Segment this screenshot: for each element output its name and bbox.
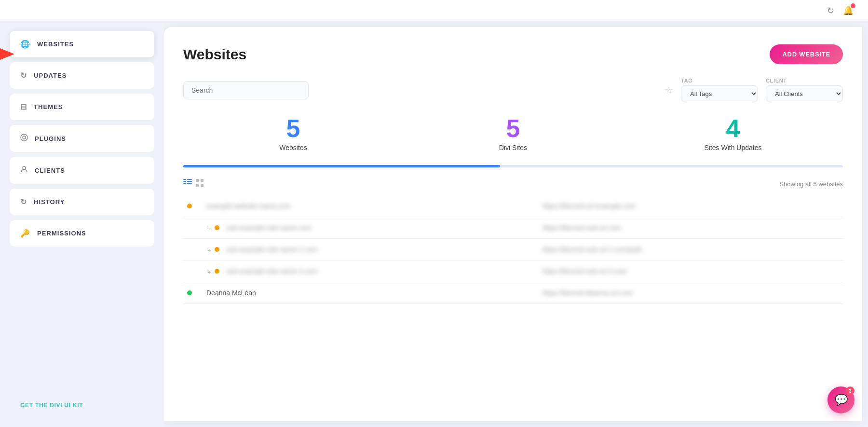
table-row[interactable]: Deanna McLean https://blurred-deanna-url… (183, 282, 843, 304)
svg-rect-8 (187, 179, 192, 180)
view-icons (183, 179, 203, 189)
sidebar-item-permissions[interactable]: 🔑 PERMISSIONS (10, 220, 154, 247)
table-row[interactable]: ↳ sub-example-site-name-3.com https://bl… (183, 261, 843, 282)
add-website-button[interactable]: ADD WEBSITE (770, 44, 843, 64)
table-row[interactable]: example-website-name.com https://blurred… (183, 195, 843, 217)
svg-point-4 (23, 166, 26, 169)
site-url-blurred: https://blurred-sub-url-3.com (542, 267, 627, 275)
history-icon: ↻ (20, 197, 27, 207)
site-name-cell: Deanna McLean (203, 282, 539, 304)
tag-label: TAG (681, 78, 758, 83)
list-view-icon[interactable] (183, 179, 192, 189)
sidebar-item-label: UPDATES (34, 72, 67, 79)
site-url-blurred: https://blurred-url-example.com (542, 202, 636, 210)
sidebar: 🌐 WEBSITES ↻ UPDATES ⊟ THEMES PLUGINS (0, 21, 164, 427)
sidebar-item-clients[interactable]: CLIENTS (10, 157, 154, 184)
stat-label-divi: Divi Sites (403, 144, 623, 152)
site-url-cell: https://blurred-sub-url-2.com/path (539, 239, 843, 261)
svg-marker-1 (0, 48, 14, 60)
chat-badge: 3 (846, 386, 854, 395)
themes-icon: ⊟ (20, 102, 27, 111)
site-url-cell: https://blurred-deanna-url.com (539, 282, 843, 304)
svg-point-3 (23, 136, 26, 139)
client-filter-group: CLIENT All Clients (766, 78, 843, 102)
svg-rect-13 (196, 184, 199, 187)
sidebar-item-history[interactable]: ↻ HISTORY (10, 189, 154, 215)
page-header: Websites ADD WEBSITE (183, 44, 843, 64)
progress-bar (183, 165, 843, 167)
sidebar-item-label: PERMISSIONS (37, 230, 86, 237)
tag-filter-group: TAG All Tags (681, 78, 758, 102)
stat-websites: 5 Websites (183, 116, 403, 152)
sub-arrow-icon: ↳ (206, 224, 212, 232)
site-name-blurred: sub-example-site-name-3.com (226, 267, 317, 275)
site-name-cell: ↳ sub-example-site-name-3.com (203, 261, 539, 282)
svg-rect-5 (183, 179, 186, 180)
website-table: example-website-name.com https://blurred… (183, 195, 843, 304)
chat-icon: 💬 (835, 394, 848, 406)
sub-arrow-icon: ↳ (206, 246, 212, 253)
svg-rect-9 (187, 181, 192, 182)
search-input[interactable] (183, 81, 309, 99)
table-row[interactable]: ↳ sub-example-site-name-2.com https://bl… (183, 239, 843, 261)
stat-divi-sites: 5 Divi Sites (403, 116, 623, 152)
site-name: Deanna McLean (206, 289, 256, 297)
status-dot (187, 204, 192, 208)
svg-rect-14 (201, 184, 203, 187)
permissions-icon: 🔑 (20, 229, 30, 238)
favorites-star-button[interactable]: ☆ (665, 84, 673, 96)
stat-number-websites: 5 (183, 116, 403, 141)
globe-icon: 🌐 (20, 40, 30, 49)
status-dot (215, 247, 219, 252)
site-name-blurred: example-website-name.com (206, 202, 291, 210)
sidebar-item-label: WEBSITES (37, 41, 74, 48)
status-dot (215, 225, 219, 230)
svg-rect-6 (183, 181, 186, 182)
site-name-cell: ↳ sub-example-site-name-2.com (203, 239, 539, 261)
sidebar-item-label: CLIENTS (35, 167, 65, 174)
stat-label-websites: Websites (183, 144, 403, 152)
sidebar-item-label: THEMES (34, 103, 63, 110)
site-url-cell: https://blurred-sub-url.com (539, 217, 843, 239)
site-url-cell: https://blurred-url-example.com (539, 195, 843, 217)
svg-point-2 (21, 134, 27, 141)
svg-rect-12 (201, 179, 203, 182)
sidebar-item-plugins[interactable]: PLUGINS (10, 125, 154, 152)
site-url-blurred: https://blurred-deanna-url.com (542, 289, 633, 297)
sidebar-item-updates[interactable]: ↻ UPDATES (10, 62, 154, 89)
grid-view-icon[interactable] (196, 179, 203, 189)
table-row[interactable]: ↳ sub-example-site-name.com https://blur… (183, 217, 843, 239)
sidebar-item-label: HISTORY (34, 198, 65, 206)
topbar: ↻ 🔔 (0, 0, 868, 21)
layout: 🌐 WEBSITES ↻ UPDATES ⊟ THEMES PLUGINS (0, 21, 868, 427)
table-controls: Showing all 5 websites (183, 179, 843, 189)
status-dot (187, 290, 192, 295)
sub-arrow-icon: ↳ (206, 268, 212, 275)
refresh-icon[interactable]: ↻ (827, 5, 834, 16)
clients-icon (20, 165, 28, 175)
plugins-icon (20, 134, 28, 143)
stat-number-updates: 4 (623, 116, 843, 141)
site-name-cell: example-website-name.com (203, 195, 539, 217)
status-dot (215, 269, 219, 274)
chat-button[interactable]: 💬 3 (827, 386, 854, 413)
site-url-blurred: https://blurred-sub-url.com (542, 224, 621, 232)
stat-updates: 4 Sites With Updates (623, 116, 843, 152)
sidebar-item-websites[interactable]: 🌐 WEBSITES (10, 31, 154, 57)
page-title: Websites (183, 46, 246, 63)
site-url-cell: https://blurred-sub-url-3.com (539, 261, 843, 282)
updates-icon: ↻ (20, 71, 27, 80)
sidebar-item-themes[interactable]: ⊟ THEMES (10, 94, 154, 120)
main-content: Websites ADD WEBSITE ☆ TAG All Tags CLIE… (164, 27, 862, 421)
svg-rect-11 (196, 179, 199, 182)
pointer-arrow (0, 44, 14, 64)
bell-icon[interactable]: 🔔 (843, 5, 854, 16)
site-name-cell: ↳ sub-example-site-name.com (203, 217, 539, 239)
site-name-blurred: sub-example-site-name.com (226, 224, 312, 232)
get-divi-kit[interactable]: GET THE DIVI UI KIT (10, 393, 154, 417)
filter-row: ☆ TAG All Tags CLIENT All Clients (183, 78, 843, 102)
tag-select[interactable]: All Tags (681, 85, 758, 102)
client-select[interactable]: All Clients (766, 85, 843, 102)
progress-bar-fill (183, 165, 500, 167)
client-label: CLIENT (766, 78, 843, 83)
